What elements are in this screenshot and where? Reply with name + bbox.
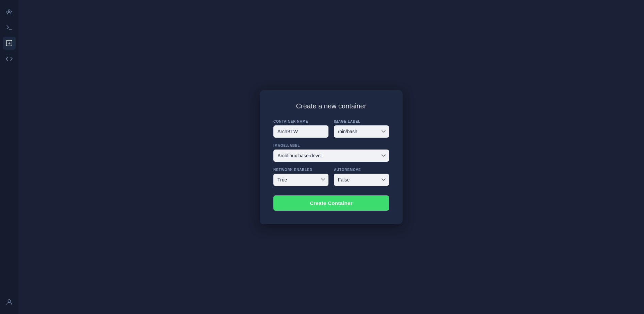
svg-point-5 — [8, 300, 10, 302]
sidebar-terminal[interactable] — [3, 21, 16, 34]
form-row-2: IMAGE:LABEL Archlinux:base-devel ubuntu:… — [273, 144, 389, 162]
network-enabled-group: NETWORK ENABLED True False — [273, 168, 328, 186]
image-label-top-select[interactable]: /bin/bash /bin/sh — [334, 125, 389, 138]
image-label-top-label: IMAGE:LABEL — [334, 120, 389, 123]
network-enabled-select[interactable]: True False — [273, 174, 328, 186]
sidebar-create[interactable] — [3, 37, 16, 50]
sidebar-code[interactable] — [3, 52, 16, 65]
image-label-bottom-group: IMAGE:LABEL Archlinux:base-devel ubuntu:… — [273, 144, 389, 162]
container-name-group: CONTAINER NAME — [273, 120, 328, 138]
autoremove-select[interactable]: True False — [334, 174, 389, 186]
sidebar — [0, 0, 18, 314]
image-label-bottom-label: IMAGE:LABEL — [273, 144, 389, 147]
container-name-input[interactable] — [273, 125, 328, 138]
sidebar-logo[interactable] — [3, 5, 16, 18]
sidebar-user-profile[interactable] — [3, 296, 16, 309]
modal-title: Create a new container — [273, 102, 389, 110]
container-name-label: CONTAINER NAME — [273, 120, 328, 123]
form-row-1: CONTAINER NAME IMAGE:LABEL /bin/bash /bi… — [273, 120, 389, 138]
main-content: Create a new container CONTAINER NAME IM… — [18, 0, 644, 314]
image-label-bottom-select[interactable]: Archlinux:base-devel ubuntu:latest debia… — [273, 150, 389, 162]
create-container-modal: Create a new container CONTAINER NAME IM… — [260, 90, 403, 224]
network-enabled-label: NETWORK ENABLED — [273, 168, 328, 172]
autoremove-group: AUTOREMOVE True False — [334, 168, 389, 186]
autoremove-label: AUTOREMOVE — [334, 168, 389, 172]
form-row-3: NETWORK ENABLED True False AUTOREMOVE Tr… — [273, 168, 389, 186]
image-label-top-group: IMAGE:LABEL /bin/bash /bin/sh — [334, 120, 389, 138]
svg-point-0 — [8, 10, 10, 12]
create-container-button[interactable]: Create Container — [273, 195, 389, 211]
